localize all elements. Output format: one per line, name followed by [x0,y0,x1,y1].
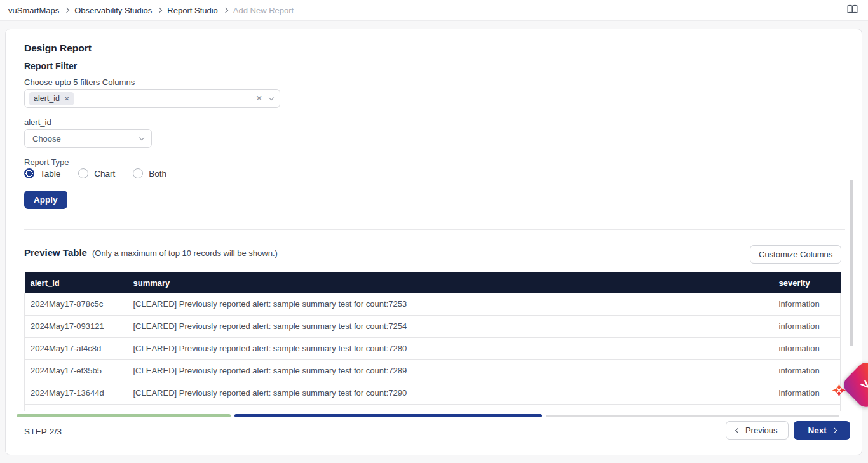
book-icon [847,4,858,14]
preview-table-heading: Preview Table (Only a maximum of top 10 … [24,247,278,258]
column-header-severity[interactable]: severity [779,272,841,293]
cell-severity: information [779,359,841,382]
assistant-logo: V [859,378,868,393]
cell-alert-id: 2024May17-878c5c [25,293,133,315]
breadcrumb-item-add-new-report: Add New Report [233,6,294,15]
horizontal-scrollbar-thumb[interactable] [234,414,542,417]
cell-summary: [CLEARED] Previously reported alert: sam… [133,337,779,359]
filter-columns-multiselect[interactable]: alert_id ✕ ✕ [24,89,280,108]
table-row[interactable]: 2024May17-093121 [CLEARED] Previously re… [25,315,841,337]
cell-summary: [CLEARED] Previously reported alert: sam… [133,315,779,337]
column-header-alert-id[interactable]: alert_id [25,272,133,293]
select-value: Choose [32,134,61,144]
report-type-label: Report Type [24,158,69,167]
breadcrumb-item-report-studio[interactable]: Report Studio [167,6,218,15]
cell-summary: [CLEARED] Previously reported alert: sam… [133,293,779,315]
page: vuSmartMaps Observability Studios Report… [0,0,868,463]
cell-severity: information [779,293,841,315]
alert-id-select[interactable]: Choose [24,129,152,148]
docs-button[interactable] [846,3,859,17]
previous-button[interactable]: Previous [726,421,789,440]
clear-selection-icon[interactable]: ✕ [256,95,262,103]
breadcrumb: vuSmartMaps Observability Studios Report… [8,6,294,15]
column-header-summary[interactable]: summary [133,272,779,293]
breadcrumb-item-observability-studios[interactable]: Observability Studios [74,6,152,15]
alert-id-field-label: alert_id [24,117,51,127]
cell-severity: information [779,337,841,359]
previous-label: Previous [745,426,778,435]
section-divider [24,229,845,230]
remove-tag-icon[interactable]: ✕ [64,95,69,102]
page-title: Design Report [24,43,92,54]
table-row-clipped [25,404,841,411]
table-header-row: alert_id summary severity [25,272,841,293]
horizontal-scrollbar [17,414,839,418]
cell-severity: information [779,382,841,404]
preview-title: Preview Table [24,247,87,258]
chevron-left-icon [736,428,741,433]
design-report-card: Design Report Report Filter Choose upto … [5,29,862,455]
selected-filter-tag: alert_id ✕ [29,92,74,105]
report-type-radio-group: Table Chart Both [24,168,166,178]
table-row[interactable]: 2024May17-ef35b5 [CLEARED] Previously re… [25,359,841,382]
horizontal-scrollbar-track[interactable] [546,415,839,417]
vertical-scrollbar-thumb[interactable] [850,180,853,346]
chevron-down-icon[interactable] [269,95,274,100]
preview-table: alert_id summary severity 2024May17-878c… [24,272,841,411]
cell-alert-id: 2024May17-ef35b5 [25,359,133,382]
radio-selected-icon[interactable] [24,168,34,178]
customize-columns-button[interactable]: Customize Columns [750,245,841,264]
cell-summary: [CLEARED] Previously reported alert: sam… [133,359,779,382]
close-sparkle-icon[interactable] [832,383,846,398]
chevron-right-icon [832,428,837,433]
next-label: Next [808,426,827,435]
cell-severity: information [779,315,841,337]
table-row[interactable]: 2024May17-878c5c [CLEARED] Previously re… [25,293,841,315]
chevron-right-icon [64,8,69,13]
apply-button[interactable]: Apply [24,191,67,209]
breadcrumb-item-vusmartmaps[interactable]: vuSmartMaps [8,6,59,15]
cell-alert-id: 2024May17-13644d [25,382,133,404]
radio-table[interactable]: Table [24,168,60,178]
radio-both[interactable]: Both [133,168,166,178]
filter-columns-label: Choose upto 5 filters Columns [24,77,135,87]
radio-unselected-icon[interactable] [133,168,143,178]
cell-alert-id: 2024May17-af4c8d [25,337,133,359]
chevron-right-icon [223,8,228,13]
cell-alert-id: 2024May17-093121 [25,315,133,337]
tag-label: alert_id [34,94,60,103]
report-filter-heading: Report Filter [24,61,77,71]
step-indicator: STEP 2/3 [24,427,62,436]
table-row[interactable]: 2024May17-af4c8d [CLEARED] Previously re… [25,337,841,359]
table-row[interactable]: 2024May17-13644d [CLEARED] Previously re… [25,382,841,404]
step-progress-bar [17,414,231,417]
chevron-right-icon [157,8,162,13]
radio-chart[interactable]: Chart [78,168,115,178]
top-bar: vuSmartMaps Observability Studios Report… [0,0,868,21]
radio-unselected-icon[interactable] [78,168,88,178]
cell-summary: [CLEARED] Previously reported alert: sam… [133,382,779,404]
next-button[interactable]: Next [794,421,850,440]
chevron-down-icon [139,135,144,140]
preview-note: (Only a maximum of top 10 records will b… [92,248,278,258]
